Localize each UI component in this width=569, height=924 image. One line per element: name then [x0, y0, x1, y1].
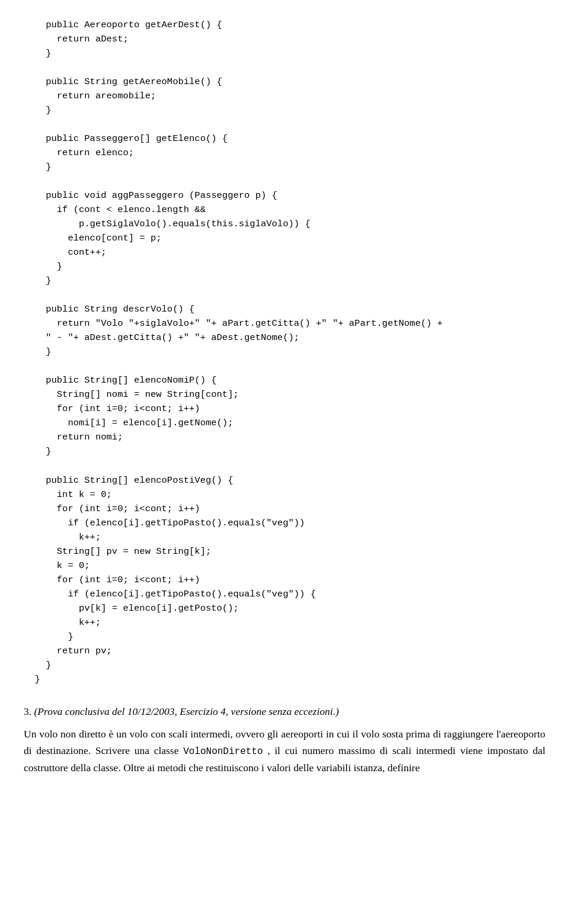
section-number: 3.	[24, 705, 31, 717]
prose-section: 3. (Prova conclusiva del 10/12/2003, Ese…	[24, 703, 545, 777]
class-name-inline: VoloNonDiretto	[183, 746, 263, 757]
code-content: public Aereoporto getAerDest() { return …	[24, 18, 545, 686]
code-section: public Aereoporto getAerDest() { return …	[24, 18, 545, 686]
prose-heading: 3. (Prova conclusiva del 10/12/2003, Ese…	[24, 703, 545, 720]
section-heading: (Prova conclusiva del 10/12/2003, Eserci…	[34, 705, 339, 717]
prose-paragraph: Un volo non diretto è un volo con scali …	[24, 726, 545, 777]
